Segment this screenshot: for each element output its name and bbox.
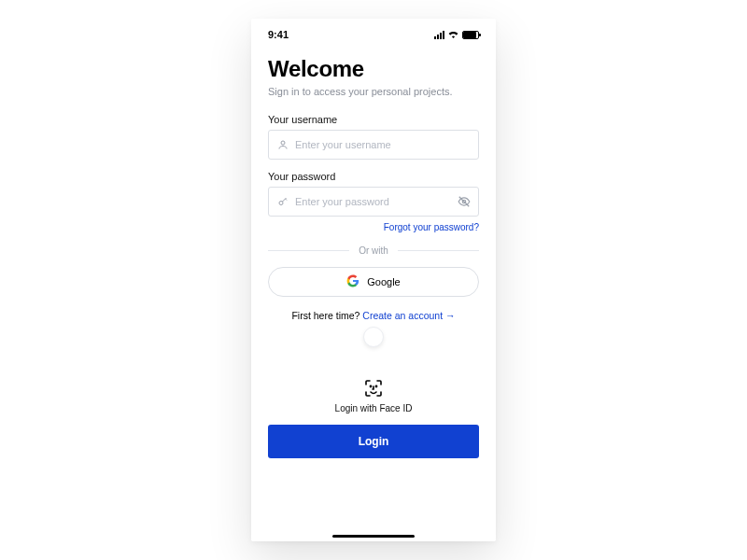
phone-frame: 9:41 Welcome Sign in to access your pers… — [251, 19, 496, 541]
password-label: Your password — [268, 171, 479, 182]
divider: Or with — [268, 245, 479, 256]
wifi-icon — [447, 29, 459, 40]
faceid-label: Login with Face ID — [268, 403, 479, 413]
username-field[interactable] — [268, 130, 479, 160]
cellular-icon — [434, 31, 444, 39]
svg-point-5 — [375, 385, 376, 386]
svg-point-0 — [281, 141, 285, 145]
key-icon — [276, 195, 289, 208]
google-button-label: Google — [367, 276, 400, 287]
status-bar: 9:41 — [268, 28, 479, 41]
password-field[interactable] — [268, 187, 479, 217]
password-input[interactable] — [295, 196, 458, 207]
status-indicators — [434, 29, 479, 40]
google-signin-button[interactable]: Google — [268, 267, 479, 297]
username-label: Your username — [268, 114, 479, 125]
signup-row: First here time? Create an account → — [268, 310, 479, 321]
page-title: Welcome — [268, 56, 479, 82]
google-icon — [346, 274, 359, 289]
user-icon — [276, 138, 289, 151]
divider-label: Or with — [359, 245, 388, 256]
login-button[interactable]: Login — [268, 425, 479, 458]
toggle-knob[interactable] — [363, 327, 384, 347]
battery-icon — [462, 31, 479, 39]
eye-off-icon[interactable] — [458, 195, 471, 208]
username-input[interactable] — [295, 139, 471, 150]
home-indicator[interactable] — [332, 535, 415, 538]
create-account-link[interactable]: Create an account → — [362, 310, 455, 321]
faceid-icon — [362, 377, 385, 399]
faceid-block[interactable]: Login with Face ID — [268, 377, 479, 413]
svg-point-4 — [370, 385, 371, 386]
page-subtitle: Sign in to access your personal projects… — [268, 86, 479, 97]
forgot-password-link[interactable]: Forgot your password? — [268, 222, 479, 232]
signup-prompt: First here time? — [291, 310, 362, 321]
status-time: 9:41 — [268, 29, 289, 40]
svg-point-1 — [279, 202, 283, 205]
